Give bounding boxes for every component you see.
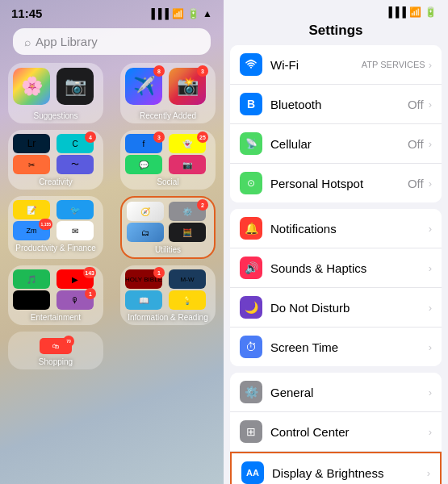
category-shopping[interactable]: 🛍 70 Shopping — [8, 332, 103, 369]
category-utilities[interactable]: 🧭 ⚙️ 2 🗂 🧮 Utilities — [120, 196, 216, 259]
settings-item-general[interactable]: ⚙️ General › — [230, 373, 442, 412]
fb-badge: 3 — [153, 131, 165, 143]
settings-list: Wi-Fi ATP SERVICES › B Bluetooth Off › 📡… — [224, 45, 448, 484]
category-row-4: 🎵 ▶ 143 ♪ 🎙 1 Entertainment HOLY — [8, 265, 216, 325]
app-photos[interactable]: 🌸 — [13, 68, 50, 105]
general-label: General — [270, 386, 429, 399]
app-cut[interactable]: ✂ — [13, 155, 50, 174]
app-settings[interactable]: ⚙️ 2 — [169, 202, 206, 221]
general-setting-icon: ⚙️ — [240, 381, 262, 403]
app-safari[interactable]: 🧭 — [127, 202, 164, 221]
app-youtube[interactable]: ▶ 143 — [57, 269, 94, 289]
settings-item-wifi[interactable]: Wi-Fi ATP SERVICES › — [230, 45, 442, 85]
screentime-setting-icon: ⏱ — [240, 336, 262, 358]
app-library-search[interactable]: ⌕ App Library — [13, 28, 211, 55]
zoom-badge: 1,155 — [39, 219, 52, 230]
control-setting-icon: ⊞ — [240, 420, 262, 443]
app-info3[interactable]: 📖 — [125, 290, 162, 310]
category-suggestions[interactable]: 🌸 📷 Suggestions — [8, 63, 103, 123]
category-recently-added[interactable]: ✈️ 8 📸 3 Recently Added — [120, 63, 216, 123]
bluetooth-label: Bluetooth — [270, 98, 408, 111]
status-icons-right: ▐▐▐ 📶 🔋 — [385, 6, 437, 18]
canva-badge: 4 — [85, 131, 96, 143]
app-notes[interactable]: 📝 — [13, 200, 50, 219]
display-label: Display & Brightness — [272, 466, 427, 480]
settings-item-control[interactable]: ⊞ Control Center › — [230, 412, 442, 452]
app-flow[interactable]: 〜 — [57, 155, 94, 174]
app-twitter[interactable]: 🐦 — [57, 200, 94, 219]
wifi-label: Wi-Fi — [270, 58, 362, 72]
category-productivity-label: Productivity & Finance — [8, 242, 103, 256]
app-spotify[interactable]: 🎵 — [13, 269, 50, 289]
wifi-status-icon: 📶 — [409, 6, 421, 18]
category-entertainment[interactable]: 🎵 ▶ 143 ♪ 🎙 1 Entertainment — [8, 265, 103, 325]
app-bible[interactable]: HOLY BIBLE 1 — [125, 269, 162, 289]
category-row-5: 🛍 70 Shopping — [8, 332, 216, 369]
category-info-reading[interactable]: HOLY BIBLE 1 M-W 📖 💡 Information & Readi… — [120, 265, 216, 325]
settings-item-notifications[interactable]: 🔔 Notifications › — [230, 209, 442, 248]
category-productivity[interactable]: 📝 🐦 Zm 1,155 ✉ Productivity & Finance — [8, 196, 103, 259]
app-messenger[interactable]: ✈️ 8 — [125, 68, 162, 105]
category-social-label: Social — [120, 176, 216, 190]
settings-item-cellular[interactable]: 📡 Cellular Off › — [230, 124, 442, 164]
app-calculator[interactable]: 🧮 — [169, 223, 206, 242]
settings-item-dnd[interactable]: 🌙 Do Not Disturb › — [230, 288, 442, 328]
app-camera[interactable]: 📷 — [57, 68, 94, 105]
app-instagram[interactable]: 📸 3 — [169, 68, 206, 105]
app-gmail[interactable]: ✉ — [57, 221, 94, 240]
notifications-setting-icon: 🔔 — [240, 217, 262, 240]
app-social4[interactable]: 📷 — [169, 155, 206, 174]
cellular-value: Off — [408, 137, 424, 151]
instagram-badge: 3 — [197, 65, 208, 77]
settings-badge: 2 — [197, 199, 208, 211]
dnd-chevron: › — [429, 302, 432, 314]
app-social3[interactable]: 💬 — [125, 155, 162, 174]
app-merriam[interactable]: M-W — [169, 269, 206, 289]
app-info4[interactable]: 💡 — [169, 290, 206, 310]
category-creativity-label: Creativity — [8, 176, 103, 190]
hotspot-value: Off — [408, 177, 424, 190]
category-row-1: 🌸 📷 Suggestions ✈️ 8 📸 3 Recently Adde — [8, 63, 216, 123]
category-info-label: Information & Reading — [120, 311, 216, 325]
dnd-label: Do Not Disturb — [270, 301, 429, 315]
app-podcast[interactable]: 🎙 1 — [57, 290, 94, 310]
app-files[interactable]: 🗂 — [127, 223, 164, 242]
app-snapchat[interactable]: 👻 25 — [169, 134, 206, 153]
control-chevron: › — [429, 426, 432, 438]
sounds-label: Sounds & Haptics — [270, 261, 429, 275]
settings-item-screentime[interactable]: ⏱ Screen Time › — [230, 328, 442, 366]
settings-item-hotspot[interactable]: ⊙ Personal Hotspot Off › — [230, 164, 442, 202]
category-creativity[interactable]: Lr C 4 ✂ 〜 Creativity — [8, 130, 103, 190]
messenger-badge: 8 — [153, 65, 165, 77]
screentime-label: Screen Time — [270, 340, 429, 354]
app-canva[interactable]: C 4 — [57, 134, 94, 153]
app-categories: 🌸 📷 Suggestions ✈️ 8 📸 3 Recently Adde — [0, 63, 224, 369]
app-library-panel: 11:45 ▐▐▐ 📶 🔋 ▲ ⌕ App Library 🌸 📷 Sugges… — [0, 0, 224, 484]
settings-section-general3: ⚙️ General › ⊞ Control Center › AA Displ… — [230, 373, 442, 484]
settings-item-sounds[interactable]: 🔊 Sounds & Haptics › — [230, 248, 442, 288]
settings-title: Settings — [224, 21, 448, 45]
signal-icon: ▐▐▐ — [149, 8, 170, 19]
wifi-value: ATP SERVICES — [362, 60, 425, 69]
app-zoom[interactable]: Zm 1,155 — [13, 221, 50, 240]
status-bar-left: 11:45 ▐▐▐ 📶 🔋 ▲ — [0, 0, 224, 23]
settings-item-bluetooth[interactable]: B Bluetooth Off › — [230, 85, 442, 124]
search-placeholder: App Library — [36, 35, 98, 48]
location-icon: ▲ — [203, 8, 212, 19]
battery-icon: 🔋 — [187, 8, 199, 19]
settings-section-network: Wi-Fi ATP SERVICES › B Bluetooth Off › 📡… — [230, 45, 442, 202]
signal-bars-icon: ▐▐▐ — [385, 6, 406, 18]
settings-item-display[interactable]: AA Display & Brightness › — [230, 452, 442, 484]
pod-badge: 1 — [85, 288, 96, 299]
category-utilities-label: Utilities — [122, 244, 214, 257]
app-facebook[interactable]: f 3 — [125, 134, 162, 153]
hotspot-setting-icon: ⊙ — [240, 172, 262, 194]
app-tiktok[interactable]: ♪ — [13, 290, 50, 310]
category-shopping-label: Shopping — [8, 356, 103, 369]
bluetooth-chevron: › — [429, 98, 432, 111]
bluetooth-value: Off — [408, 98, 424, 111]
settings-section-general2: 🔔 Notifications › 🔊 Sounds & Haptics › 🌙… — [230, 209, 442, 366]
battery-status-icon: 🔋 — [425, 6, 437, 18]
app-lightroom[interactable]: Lr — [13, 134, 50, 153]
category-social[interactable]: f 3 👻 25 💬 📷 Social — [120, 130, 216, 190]
